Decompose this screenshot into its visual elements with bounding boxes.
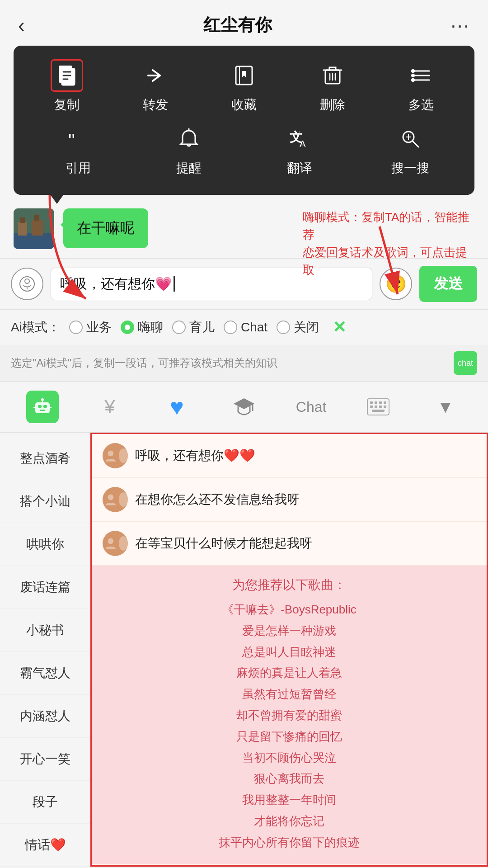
radio-chat-circle[interactable] [224,321,237,334]
sidebar-item-8[interactable]: 段子 [0,781,90,824]
toolbar-yen[interactable]: ¥ [76,389,144,425]
hint-row: 选定"Ai模式"后，复制一段话，可推荐该模式相关的知识 chat [0,345,488,381]
text-cursor [174,276,175,292]
svg-text:": " [68,130,75,151]
sidebar-item-7[interactable]: 开心一笑 [0,738,90,781]
reply-text-1: 在想你怎么还不发信息给我呀 [135,491,300,508]
user-avatar-icon-1 [103,487,119,512]
back-button[interactable]: ‹ [18,14,25,37]
ai-mode-row: Ai模式： 业务 嗨聊 育儿 Chat 关闭 ✕ [0,310,488,345]
toolbar-chatbot[interactable] [9,389,76,425]
toolbar-heart[interactable]: ♥ [143,389,211,425]
page-title: 红尘有你 [203,14,272,37]
menu-item-copy[interactable]: 复制 [40,59,94,113]
radio-haijiao[interactable]: 嗨聊 [121,319,163,336]
delete-label: 删除 [320,96,345,113]
context-menu: 复制 转发 收藏 [14,46,474,195]
svg-rect-27 [38,405,42,408]
svg-rect-37 [370,401,373,404]
sidebar-item-0[interactable]: 整点酒肴 [0,437,90,480]
toolbar-keyboard[interactable] [345,389,412,425]
translate-icon-box: 文 A [283,123,316,155]
copy-icon-box [51,59,83,92]
yen-icon: ¥ [104,396,115,418]
svg-rect-29 [40,410,45,411]
lyric-6: 当初不顾伤心哭泣 [103,747,476,769]
song-section: 为您推荐以下歌曲： 《干嘛去》-BoysRepublic 爱是怎样一种游戏 总是… [92,566,487,864]
radio-yewu-circle[interactable] [69,321,83,334]
radio-yewu[interactable]: 业务 [69,319,112,336]
svg-point-51 [108,538,113,544]
svg-point-49 [108,495,113,500]
sidebar-item-4[interactable]: 小秘书 [0,609,90,652]
voice-button[interactable] [11,268,43,300]
arrow-down-icon: ▼ [437,397,454,417]
sidebar-item-9[interactable]: 情话❤️ [0,824,90,867]
svg-rect-11 [299,132,300,132]
search-icon [399,127,422,151]
delete-icon [321,64,344,87]
context-menu-row1: 复制 转发 收藏 [23,59,465,113]
input-value: 呼吸，还有想你💗 [60,275,172,293]
menu-item-quote[interactable]: " 引用 [51,123,105,177]
svg-rect-38 [375,401,377,404]
reply-item-2[interactable]: 在等宝贝什么时候才能想起我呀 [92,522,487,566]
user-avatar-icon-2 [103,531,119,556]
remind-label: 提醒 [176,160,202,177]
menu-item-delete[interactable]: 删除 [305,59,360,113]
reply-item-0[interactable]: 呼吸，还有想你❤️❤️ [92,434,487,478]
radio-yuer-circle[interactable] [172,321,186,334]
keyboard-icon [366,398,390,416]
annotation-text: 嗨聊模式：复制TA的话，智能推荐 恋爱回复话术及歌词，可点击提取 [303,208,474,279]
sidebar-item-2[interactable]: 哄哄你 [0,523,90,566]
toolbar-arrow-down[interactable]: ▼ [412,389,479,425]
hint-icon-label: chat [458,359,473,368]
sidebar-item-1[interactable]: 搭个小讪 [0,480,90,523]
reply-item-1[interactable]: 在想你怎么还不发信息给我呀 [92,478,487,522]
radio-close-circle[interactable] [277,321,290,334]
chat-bubble-container: 在干嘛呢 [63,208,148,248]
toolbar-chat-text[interactable]: Chat [277,389,345,425]
collect-icon-box [228,59,260,92]
sidebar-item-5[interactable]: 霸气怼人 [0,652,90,695]
toolbar: ¥ ♥ Chat ▼ [0,381,488,433]
sidebar: 整点酒肴 搭个小讪 哄哄你 废话连篇 小秘书 霸气怼人 内涵怼人 开心一笑 段子… [0,433,90,867]
toolbar-graduation[interactable] [211,389,278,425]
svg-marker-34 [234,398,254,409]
chat-bubble[interactable]: 在干嘛呢 [63,208,148,248]
ai-mode-label: Ai模式： [11,319,60,336]
robot-icon [32,396,53,418]
menu-item-translate[interactable]: 文 A 翻译 [272,123,327,177]
chat-area: 在干嘛呢 嗨聊模式：复制TA的话，智能推荐 恋爱回复话术及歌词，可点击提取 [0,199,488,258]
sidebar-label-3: 废话连篇 [20,580,70,594]
lyric-8: 我用整整一年时间 [103,789,476,811]
sidebar-item-6[interactable]: 内涵怼人 [0,695,90,738]
sidebar-item-3[interactable]: 废话连篇 [0,566,90,609]
quote-icon-box: " [62,123,94,155]
close-ai-button[interactable]: ✕ [333,318,346,337]
menu-item-forward[interactable]: 转发 [128,59,183,113]
song-name: 《干嘛去》-BoysRepublic [103,599,476,620]
user-avatar-icon-0 [103,443,119,468]
lyric-7: 狠心离我而去 [103,768,476,789]
reply-text-0: 呼吸，还有想你❤️❤️ [135,447,255,464]
svg-point-31 [41,398,44,401]
reply-avatar-2 [103,531,128,556]
voice-icon [19,276,35,292]
more-button[interactable]: ··· [450,14,470,37]
radio-chat[interactable]: Chat [224,320,267,335]
radio-haijiao-circle[interactable] [121,321,134,334]
svg-point-47 [108,451,113,457]
menu-item-multiselect[interactable]: 多选 [394,59,448,113]
remind-icon-box [173,123,205,155]
menu-item-collect[interactable]: 收藏 [217,59,271,113]
sidebar-label-5: 霸气怼人 [20,666,70,680]
radio-haijiao-label: 嗨聊 [138,319,163,336]
hint-chat-icon: chat [454,351,477,375]
svg-rect-39 [379,401,382,404]
menu-item-search[interactable]: 搜一搜 [383,123,437,177]
radio-close[interactable]: 关闭 [277,319,319,336]
translate-label: 翻译 [287,160,312,177]
menu-item-remind[interactable]: 提醒 [162,123,216,177]
radio-yuer[interactable]: 育儿 [172,319,215,336]
